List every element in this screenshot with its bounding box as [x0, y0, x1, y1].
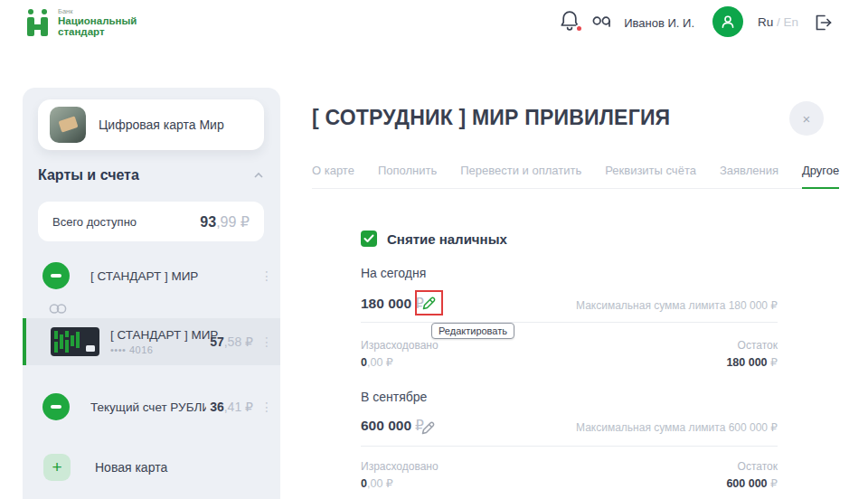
section-title: Карты и счета [38, 167, 139, 184]
tab-other[interactable]: Другое [802, 164, 839, 177]
edit-limit-button-highlighted[interactable] [415, 290, 443, 315]
digital-card-app-icon [50, 107, 86, 143]
bank-logo-text: Банк Национальный стандарт [58, 8, 137, 37]
period-label-today: На сегодня [361, 266, 426, 280]
top-header: Банк Национальный стандарт Иванов И. И. [0, 0, 868, 51]
card-tabs: О карте Пополнить Перевести и оплатить Р… [312, 164, 832, 189]
notifications-bell-icon[interactable] [559, 9, 582, 34]
tab-transfer-pay[interactable]: Перевести и оплатить [460, 164, 581, 177]
link-icon [48, 302, 68, 318]
kebab-menu-icon[interactable]: ⋮ [260, 400, 273, 414]
account-balance: 57,58 ₽ [210, 334, 253, 349]
plus-icon: + [43, 454, 71, 481]
tab-about[interactable]: О карте [312, 164, 354, 177]
edit-tooltip: Редактировать [431, 323, 514, 339]
user-avatar[interactable] [712, 6, 743, 37]
tab-requisites[interactable]: Реквизиты счёта [605, 164, 696, 177]
card-texts: [ СТАНДАРТ ] МИР •••• 4016 [110, 328, 218, 355]
close-icon: × [803, 111, 811, 127]
app-window: Банк Национальный стандарт Иванов И. И. [0, 0, 868, 499]
new-card-button[interactable]: + Новая карта [43, 454, 167, 481]
total-available-card: Всего доступно 93,99 ₽ [38, 202, 264, 241]
accounts-sidebar: Цифровая карта Мир Карты и счета Всего д… [23, 88, 280, 499]
account-icon [42, 262, 70, 289]
chevron-up-icon[interactable] [253, 172, 264, 179]
new-card-label: Новая карта [95, 460, 167, 475]
bank-logo[interactable]: Банк Национальный стандарт [27, 8, 137, 37]
account-name: [ СТАНДАРТ ] МИР [110, 328, 218, 342]
account-name: Текущий счет РУБЛИ40 [90, 400, 206, 414]
selected-indicator [23, 318, 26, 365]
language-switcher[interactable]: Ru / En [758, 15, 798, 29]
support-headset-icon[interactable] [591, 12, 613, 30]
cash-withdrawal-label: Снятие наличных [387, 231, 507, 247]
divider [361, 322, 778, 323]
cards-accounts-section-header[interactable]: Карты и счета [38, 167, 264, 184]
tab-applications[interactable]: Заявления [720, 164, 778, 177]
user-name[interactable]: Иванов И. И. [615, 16, 694, 30]
check-icon [363, 234, 374, 243]
card-thumbnail [51, 327, 99, 356]
spent-block-today: Израсходовано 0,00 ₽ [361, 339, 439, 369]
total-available-amount: 93,99 ₽ [200, 213, 250, 231]
period-label-month: В сентябре [361, 390, 427, 404]
account-row-standart-mir[interactable]: [ СТАНДАРТ ] МИР ⋮ [23, 258, 280, 294]
rest-block-today: Остаток 180 000 ₽ [597, 339, 778, 369]
card-number: •••• 4016 [110, 344, 218, 355]
notification-badge [575, 24, 583, 33]
total-available-label: Всего доступно [52, 215, 137, 229]
page-title: [ СОТРУДНИК ] МИР ПРИВИЛЕГИЯ [312, 106, 670, 130]
kebab-menu-icon[interactable]: ⋮ [260, 334, 273, 349]
tab-topup[interactable]: Пополнить [378, 164, 437, 177]
spent-block-month: Израсходовано 0,00 ₽ [361, 460, 439, 490]
account-row-card-4016-selected[interactable]: [ СТАНДАРТ ] МИР •••• 4016 57,58 ₽ ⋮ [23, 318, 280, 365]
digital-card-banner[interactable]: Цифровая карта Мир [38, 99, 264, 150]
cash-withdrawal-checkbox[interactable] [361, 231, 377, 247]
pencil-icon [420, 420, 436, 436]
rest-block-month: Остаток 600 000 ₽ [597, 460, 778, 490]
pencil-icon [421, 296, 437, 311]
person-icon [720, 14, 736, 30]
logout-icon[interactable] [812, 12, 834, 33]
bank-logo-icon [27, 8, 51, 37]
edit-limit-button-month[interactable] [420, 420, 436, 436]
kebab-menu-icon[interactable]: ⋮ [260, 268, 273, 283]
lang-en[interactable]: En [784, 15, 799, 29]
account-name: [ СТАНДАРТ ] МИР [90, 269, 198, 283]
close-button[interactable]: × [789, 101, 824, 136]
divider [361, 446, 778, 447]
limit-amount-month: 600 000₽ [361, 418, 424, 434]
max-limit-label-today: Максимальная сумма лимита 180 000 ₽ [506, 299, 778, 312]
digital-card-label: Цифровая карта Мир [99, 118, 224, 132]
account-icon [42, 393, 70, 420]
lang-ru[interactable]: Ru [758, 15, 773, 29]
account-balance: 36,41 ₽ [210, 400, 253, 414]
account-row-current-rub[interactable]: Текущий счет РУБЛИ40 36,41 ₽ ⋮ [23, 389, 280, 425]
max-limit-label-month: Максимальная сумма лимита 600 000 ₽ [506, 421, 778, 434]
